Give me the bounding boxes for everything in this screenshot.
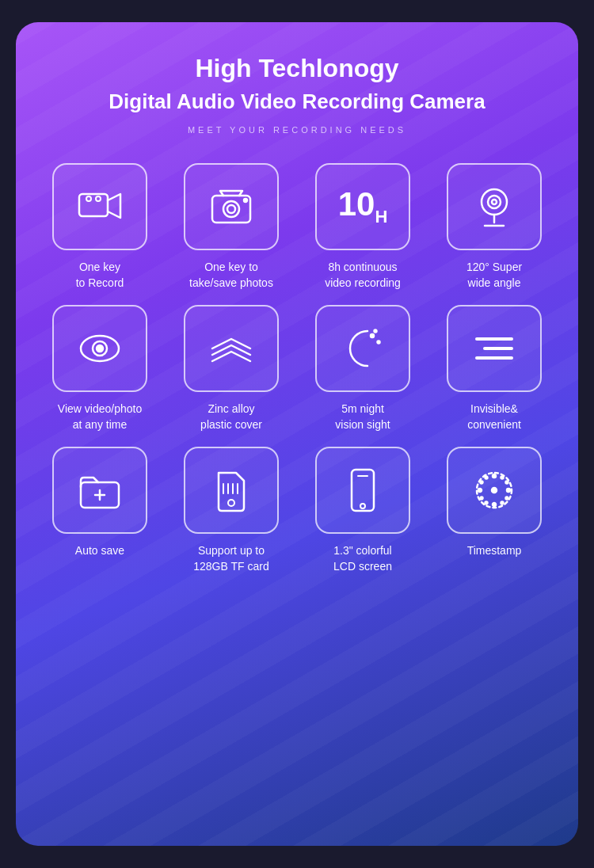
svg-point-1	[86, 196, 91, 201]
photo-icon-box	[184, 163, 279, 250]
svg-rect-0	[79, 194, 108, 216]
record-icon-box	[52, 163, 147, 250]
svg-point-16	[378, 341, 380, 344]
svg-point-37	[478, 489, 482, 492]
svg-point-44	[481, 482, 483, 484]
tf-card-label: Support up to128GB TF card	[193, 543, 268, 574]
svg-point-4	[223, 201, 239, 217]
continuous-label: 8h continuousvideo recording	[325, 260, 401, 291]
svg-point-30	[360, 504, 365, 508]
tf-card-icon-box	[184, 447, 279, 534]
invisible-icon-box	[447, 305, 542, 392]
svg-point-17	[375, 330, 377, 333]
feature-timestamp: Timestamp	[434, 447, 554, 574]
header: High Techlonogy Digital Audio Video Reco…	[40, 54, 554, 135]
night-icon-box	[315, 305, 410, 392]
svg-point-28	[228, 500, 234, 506]
view-icon-box	[52, 305, 147, 392]
feature-zinc: Zinc alloyplastic cover	[171, 305, 291, 432]
feature-lcd: 1.3" colorfulLCD screen	[303, 447, 423, 574]
svg-point-8	[488, 196, 501, 208]
feature-invisible: Invisible&convenient	[434, 305, 554, 432]
feature-view: View video/photoat any time	[40, 305, 160, 432]
svg-point-35	[507, 489, 510, 492]
product-card: High Techlonogy Digital Audio Video Reco…	[16, 22, 578, 846]
svg-point-36	[493, 503, 496, 506]
timestamp-icon-box	[447, 447, 542, 534]
svg-point-6	[244, 199, 247, 202]
record-label: One keyto Record	[76, 260, 124, 291]
svg-point-41	[501, 502, 504, 504]
features-grid: One keyto Record One key totake/save pho…	[40, 163, 554, 575]
lcd-label: 1.3" colorfulLCD screen	[333, 543, 392, 574]
svg-point-45	[485, 477, 488, 479]
zinc-label: Zinc alloyplastic cover	[200, 402, 262, 432]
svg-point-42	[485, 502, 488, 504]
auto-save-label: Auto save	[75, 543, 124, 559]
feature-continuous: 10H8h continuousvideo recording	[303, 163, 423, 291]
continuous-icon-box: 10H	[315, 163, 410, 250]
svg-point-39	[506, 482, 508, 484]
lcd-icon-box	[315, 447, 410, 534]
svg-point-9	[492, 200, 497, 204]
auto-save-icon-box	[52, 447, 147, 534]
wide-angle-label: 120° Superwide angle	[466, 260, 522, 291]
view-label: View video/photoat any time	[58, 402, 142, 432]
wide-angle-icon-box	[447, 163, 542, 250]
svg-point-33	[492, 488, 497, 493]
svg-point-34	[493, 474, 496, 478]
title-sub: Digital Audio Video Recording Camera	[40, 89, 554, 114]
title-main: High Techlonogy	[40, 54, 554, 83]
feature-record: One keyto Record	[40, 163, 160, 291]
svg-point-14	[97, 345, 103, 352]
svg-point-15	[371, 334, 374, 337]
svg-point-7	[482, 189, 507, 215]
photo-label: One key totake/save photos	[189, 260, 273, 291]
svg-point-5	[227, 205, 235, 213]
tagline: MEET YOUR RECORDING NEEDS	[40, 125, 554, 135]
feature-auto-save: Auto save	[40, 447, 160, 574]
night-label: 5m nightvision sight	[335, 402, 390, 432]
feature-wide-angle: 120° Superwide angle	[434, 163, 554, 291]
zinc-icon-box	[184, 305, 279, 392]
invisible-label: Invisible&convenient	[467, 402, 521, 432]
svg-point-38	[501, 477, 504, 479]
feature-night: 5m nightvision sight	[303, 305, 423, 432]
timestamp-label: Timestamp	[467, 543, 522, 559]
feature-photo: One key totake/save photos	[171, 163, 291, 291]
feature-tf-card: Support up to128GB TF card	[171, 447, 291, 574]
svg-point-43	[481, 497, 483, 500]
svg-point-40	[506, 497, 508, 500]
svg-point-2	[96, 196, 101, 201]
